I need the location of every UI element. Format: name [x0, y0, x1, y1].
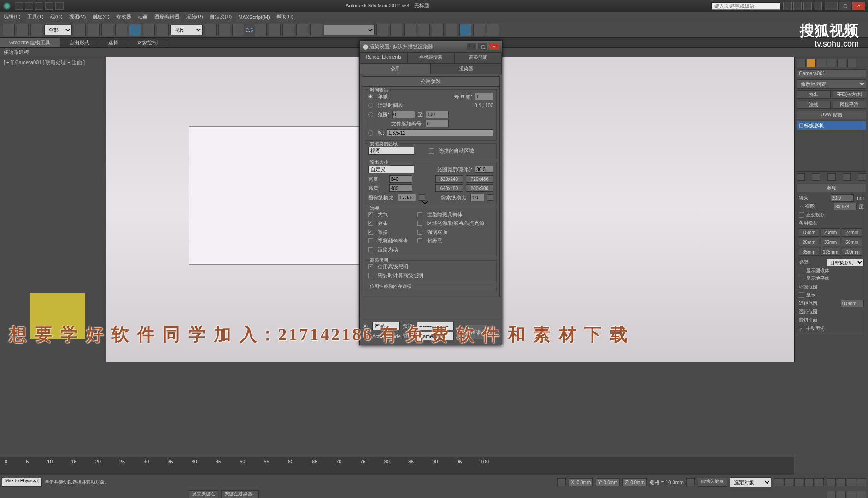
dialog-close[interactable]: ✕: [489, 43, 499, 50]
z-coord[interactable]: Z: 0.0mm: [622, 478, 646, 486]
nav-icon-1[interactable]: [827, 478, 836, 486]
preset-720[interactable]: 720x486: [466, 175, 493, 183]
height-input[interactable]: 480: [389, 184, 412, 192]
motion-tab-icon[interactable]: [827, 59, 836, 67]
show-cone-cb[interactable]: [799, 268, 804, 273]
help-icon[interactable]: [814, 2, 822, 10]
lock-selection-icon[interactable]: [557, 478, 566, 486]
new-icon[interactable]: [15, 2, 23, 10]
img-aspect-input[interactable]: 1.333: [398, 194, 416, 201]
lens-28[interactable]: 28mm: [799, 238, 819, 246]
menu-tools[interactable]: 工具(T): [27, 13, 44, 20]
compute-adv-cb[interactable]: [368, 273, 373, 278]
auto-key-button[interactable]: 自动关键点: [698, 478, 727, 487]
modifier-stack[interactable]: 目标摄影机: [797, 121, 866, 172]
render-setup-icon[interactable]: [459, 24, 471, 36]
set-key-button[interactable]: 设置关键点: [189, 490, 218, 498]
lens-15[interactable]: 15mm: [799, 228, 819, 237]
fov-input[interactable]: [834, 203, 857, 210]
superblack-cb[interactable]: [417, 238, 422, 243]
menu-graph[interactable]: 图形编辑器: [154, 13, 180, 20]
minimize-button[interactable]: —: [825, 2, 838, 10]
select-icon[interactable]: [74, 24, 86, 36]
pan-icon[interactable]: [827, 491, 836, 498]
auto-region-cb[interactable]: [429, 148, 434, 154]
ribbon-tab-freeform[interactable]: 自由形式: [60, 38, 99, 47]
maxscript-listener[interactable]: Max to Physics (: [2, 478, 42, 487]
prev-frame-icon[interactable]: [784, 478, 793, 486]
manipulate-icon[interactable]: [218, 24, 230, 36]
lens-85[interactable]: 85mm: [799, 248, 819, 256]
atmos-cb[interactable]: [368, 212, 373, 217]
zoom-icon[interactable]: [837, 491, 846, 498]
area-dropdown[interactable]: 视图: [368, 147, 414, 155]
preset-320[interactable]: 320x240: [435, 175, 463, 183]
size-dropdown[interactable]: 自定义: [368, 165, 414, 173]
ribbon-tab-graphite[interactable]: Graphite 建模工具: [0, 38, 60, 47]
curve-editor-icon[interactable]: [418, 24, 430, 36]
play-icon[interactable]: [794, 478, 803, 486]
pix-aspect-input[interactable]: 1.0: [470, 194, 484, 201]
next-frame-icon[interactable]: [804, 478, 814, 486]
width-input[interactable]: 640: [389, 175, 412, 183]
keyboard-icon[interactable]: [232, 24, 244, 36]
menu-create[interactable]: 创建(C): [92, 13, 109, 20]
camera-type[interactable]: 目标摄影机: [827, 259, 864, 266]
window-crossing-icon[interactable]: [115, 24, 127, 36]
time-tag-icon[interactable]: [686, 478, 695, 486]
angle-snap-icon[interactable]: [269, 24, 281, 36]
force2-cb[interactable]: [417, 230, 422, 235]
lens-20[interactable]: 20mm: [821, 228, 841, 237]
common-params-rollout[interactable]: 公用参数: [362, 77, 499, 87]
mirror-icon[interactable]: [376, 24, 388, 36]
key-filter-button[interactable]: 关键点过滤器...: [221, 490, 259, 498]
fields-cb[interactable]: [368, 247, 373, 252]
img-aspect-lock-icon[interactable]: [419, 194, 425, 201]
spinner-snap-icon[interactable]: [296, 24, 308, 36]
modify-tab-icon[interactable]: [807, 59, 816, 67]
render-icon[interactable]: [487, 24, 499, 36]
schematic-icon[interactable]: [432, 24, 444, 36]
hierarchy-tab-icon[interactable]: [817, 59, 826, 67]
layers-icon[interactable]: [404, 24, 416, 36]
mod-smooth[interactable]: 网格平滑: [833, 101, 867, 109]
stack-item[interactable]: 目标摄影机: [797, 121, 866, 130]
link-icon[interactable]: [3, 24, 15, 36]
goto-start-icon[interactable]: [774, 478, 783, 486]
redo-icon[interactable]: [55, 2, 64, 10]
lens-50[interactable]: 50mm: [842, 238, 862, 246]
unlink-icon[interactable]: [17, 24, 29, 36]
nav-icon-4[interactable]: [857, 478, 866, 486]
menu-help[interactable]: 帮助(H): [276, 13, 293, 20]
mod-uvw[interactable]: UVW 贴图: [797, 111, 866, 119]
lens-24[interactable]: 24mm: [842, 228, 862, 237]
viewport-label[interactable]: [ + ][ Camera001 ][明暗处理 + 边面 ]: [4, 59, 85, 66]
scale-icon[interactable]: [157, 24, 169, 36]
file-start-input[interactable]: 0: [426, 120, 449, 127]
menu-modifiers[interactable]: 修改器: [116, 13, 131, 20]
close-button[interactable]: ✕: [852, 2, 865, 10]
lens-35[interactable]: 35mm: [821, 238, 841, 246]
tab-render-elements[interactable]: Render Elements: [360, 52, 407, 63]
menu-views[interactable]: 视图(V): [69, 13, 86, 20]
search-input[interactable]: [711, 2, 780, 10]
every-n-input[interactable]: 1: [475, 93, 493, 100]
pix-aspect-lock-icon[interactable]: [487, 194, 493, 201]
dialog-maximize[interactable]: ▢: [478, 43, 488, 50]
show-env-cb[interactable]: [799, 292, 804, 298]
goto-end-icon[interactable]: [815, 478, 824, 486]
unique-icon[interactable]: [827, 173, 836, 181]
menu-animation[interactable]: 动画: [138, 13, 148, 20]
modifier-list[interactable]: 修改器列表: [797, 79, 866, 89]
lens-200[interactable]: 200mm: [842, 248, 862, 256]
preset-800[interactable]: 800x600: [466, 184, 493, 192]
area-lights-cb[interactable]: [417, 221, 422, 226]
bind-icon[interactable]: [30, 24, 42, 36]
material-editor-icon[interactable]: [446, 24, 457, 36]
dialog-minimize[interactable]: —: [467, 43, 477, 50]
frames-radio[interactable]: [368, 130, 373, 136]
menu-group[interactable]: 组(G): [50, 13, 63, 20]
move-icon[interactable]: [129, 24, 141, 36]
ortho-checkbox[interactable]: [799, 212, 804, 218]
mod-extrude[interactable]: 挤出: [797, 90, 831, 99]
